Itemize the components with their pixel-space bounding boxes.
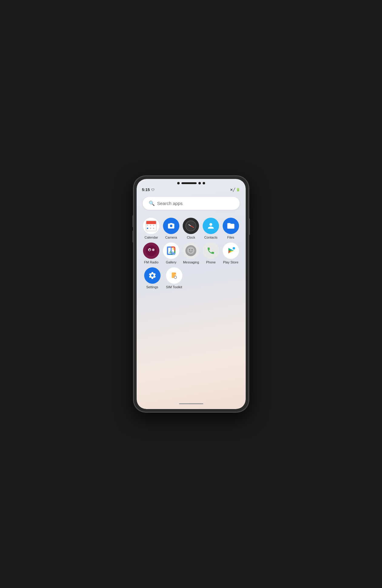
files-icon xyxy=(227,222,235,230)
apps-grid: Calendar Camera xyxy=(137,215,246,400)
search-container[interactable]: 🔍 Search apps xyxy=(137,193,246,215)
app-contacts[interactable]: Contacts xyxy=(202,218,220,239)
svg-point-24 xyxy=(191,249,193,250)
camera-icon-wrap xyxy=(163,218,179,234)
playstore-icon-wrap xyxy=(223,243,239,259)
app-phone[interactable]: Phone xyxy=(202,243,220,264)
svg-point-23 xyxy=(189,249,190,250)
svg-text:GO: GO xyxy=(173,253,175,255)
app-gallery[interactable]: GO Gallery xyxy=(162,243,180,264)
clock-label: Clock xyxy=(187,236,195,239)
svg-point-18 xyxy=(172,248,174,250)
simtoolkit-icon xyxy=(169,270,180,281)
cal-cell xyxy=(147,225,148,226)
volume-up-button[interactable] xyxy=(132,215,134,227)
app-playstore[interactable]: Play Store xyxy=(222,243,240,264)
gallery-icon-wrap: GO xyxy=(163,243,179,259)
files-label: Files xyxy=(227,236,234,239)
cal-cell xyxy=(147,228,148,229)
phone-device: 5:15 🛡 ✕╱ 🔋 🔍 Search apps xyxy=(134,176,249,412)
settings-icon-wrap xyxy=(144,267,161,284)
front-camera xyxy=(177,182,180,184)
status-left: 5:15 🛡 xyxy=(142,187,154,192)
camera-icon xyxy=(167,222,175,230)
battery-icon: 🔋 xyxy=(236,188,240,192)
svg-point-4 xyxy=(150,250,151,251)
simtoolkit-label: SIM Toolkit xyxy=(166,285,182,289)
svg-point-2 xyxy=(152,249,154,251)
apps-row-1: FM Radio xyxy=(143,243,240,264)
app-fmradio[interactable]: FM Radio xyxy=(143,243,160,264)
app-calendar[interactable]: Calendar xyxy=(143,218,160,239)
apps-row-2: Settings xyxy=(143,267,240,289)
search-placeholder: Search apps xyxy=(157,201,183,206)
search-bar[interactable]: 🔍 Search apps xyxy=(143,197,240,210)
notch-area xyxy=(137,179,246,187)
app-messaging[interactable]: Messaging xyxy=(182,243,200,264)
signal-icon: ✕╱ xyxy=(230,188,235,192)
phone-icon-wrap xyxy=(203,243,219,259)
vpn-icon: 🛡 xyxy=(151,188,154,192)
cal-cell xyxy=(153,225,154,226)
phone-screen: 5:15 🛡 ✕╱ 🔋 🔍 Search apps xyxy=(137,179,246,409)
ambient-sensor xyxy=(203,182,205,184)
clock-icon xyxy=(185,220,196,231)
app-simtoolkit[interactable]: SIM Toolkit xyxy=(164,267,184,289)
volume-down-button[interactable] xyxy=(132,230,134,243)
notch-sensors xyxy=(177,182,205,184)
cal-cell xyxy=(153,228,154,229)
playstore-icon xyxy=(225,245,236,256)
contacts-label: Contacts xyxy=(204,236,217,239)
calendar-icon-wrap xyxy=(143,218,159,234)
svg-point-37 xyxy=(174,276,176,278)
calendar-header xyxy=(146,221,156,224)
cal-cell xyxy=(150,228,151,229)
fmradio-label: FM Radio xyxy=(144,260,158,264)
home-bar xyxy=(137,400,246,409)
app-clock[interactable]: Clock xyxy=(182,218,200,239)
files-icon-wrap xyxy=(223,218,239,234)
phone-label: Phone xyxy=(206,260,216,264)
home-indicator[interactable] xyxy=(179,403,203,404)
messaging-label: Messaging xyxy=(183,260,199,264)
fmradio-icon xyxy=(145,245,157,256)
svg-point-31 xyxy=(233,247,235,249)
power-button[interactable] xyxy=(249,218,250,235)
gallery-icon: GO xyxy=(165,245,177,256)
app-settings[interactable]: Settings xyxy=(143,267,162,289)
phone-icon xyxy=(207,246,215,255)
simtoolkit-icon-wrap xyxy=(166,267,182,284)
cal-cell xyxy=(150,225,151,226)
messaging-icon-wrap xyxy=(183,243,199,259)
search-icon: 🔍 xyxy=(149,200,155,206)
status-right: ✕╱ 🔋 xyxy=(230,188,240,192)
contacts-icon xyxy=(207,222,215,230)
calendar-body xyxy=(146,224,156,231)
status-time: 5:15 xyxy=(142,187,150,192)
clock-center-dot xyxy=(191,226,191,226)
svg-point-22 xyxy=(187,247,194,254)
messaging-icon xyxy=(185,245,196,256)
playstore-label: Play Store xyxy=(223,260,238,264)
camera-label: Camera xyxy=(165,236,177,239)
phone-inner: 5:15 🛡 ✕╱ 🔋 🔍 Search apps xyxy=(137,179,246,409)
gallery-label: Gallery xyxy=(166,260,176,264)
fmradio-icon-wrap xyxy=(143,243,159,259)
settings-icon xyxy=(148,271,157,280)
app-files[interactable]: Files xyxy=(222,218,240,239)
contacts-icon-wrap xyxy=(203,218,219,234)
earpiece-speaker xyxy=(181,182,197,184)
apps-row-0: Calendar Camera xyxy=(143,218,240,239)
svg-point-0 xyxy=(146,245,157,256)
settings-label: Settings xyxy=(146,285,158,289)
calendar-label: Calendar xyxy=(144,236,158,239)
calendar-icon xyxy=(146,220,157,231)
proximity-sensor xyxy=(198,182,201,184)
app-camera[interactable]: Camera xyxy=(162,218,180,239)
clock-icon-wrap xyxy=(183,218,199,234)
